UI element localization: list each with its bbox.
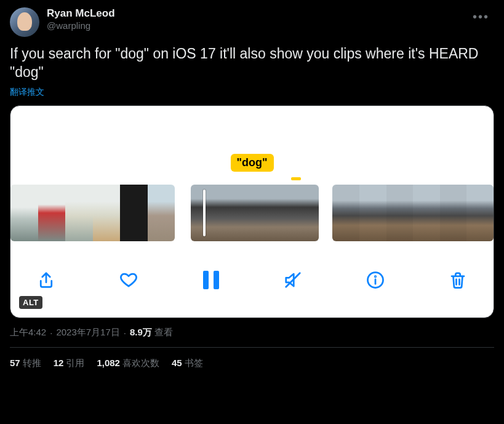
- alt-badge[interactable]: ALT: [19, 296, 42, 309]
- pause-button[interactable]: [198, 266, 225, 294]
- meta-row: 上午4:42 · 2023年7月17日 · 8.9万 查看: [10, 327, 494, 348]
- pause-icon: [203, 271, 219, 289]
- media-toolbar: [10, 254, 494, 318]
- thumb: [359, 185, 386, 241]
- thumb: [386, 185, 414, 241]
- share-icon: [37, 271, 55, 289]
- user-handle[interactable]: @warpling: [47, 20, 460, 32]
- thumb: [440, 185, 467, 241]
- like-button[interactable]: [115, 266, 142, 294]
- playhead-marker: [291, 177, 301, 180]
- thumb: [332, 185, 359, 241]
- avatar[interactable]: [10, 7, 39, 37]
- svg-point-3: [375, 276, 376, 278]
- thumb: [255, 185, 287, 241]
- retweets-stat[interactable]: 57转推: [10, 358, 41, 369]
- likes-stat[interactable]: 1,082喜欢次数: [97, 358, 159, 369]
- heart-icon: [119, 271, 138, 289]
- thumb: [93, 185, 121, 241]
- thumb: [38, 185, 66, 241]
- tweet-header: Ryan McLeod @warpling •••: [10, 7, 494, 37]
- thumb: [223, 185, 255, 241]
- tweet-date[interactable]: 2023年7月17日: [56, 327, 119, 338]
- media-card[interactable]: "dog": [10, 105, 494, 318]
- thumb: [287, 185, 319, 241]
- trash-icon: [449, 271, 467, 289]
- views-label: 查看: [154, 327, 173, 338]
- caption-badge: "dog": [230, 154, 273, 172]
- clip-group-1[interactable]: [10, 185, 175, 241]
- stats-row: 57转推 12引用 1,082喜欢次数 45书签: [10, 348, 494, 369]
- more-icon[interactable]: •••: [468, 7, 494, 26]
- share-button[interactable]: [33, 266, 60, 294]
- tweet-container: Ryan McLeod @warpling ••• If you search …: [0, 0, 504, 377]
- mute-icon: [284, 271, 302, 289]
- translate-link[interactable]: 翻译推文: [10, 87, 44, 98]
- thumb: [148, 185, 175, 241]
- thumb: [191, 185, 223, 241]
- mute-button[interactable]: [279, 266, 306, 294]
- thumb: [413, 185, 440, 241]
- separator: ·: [50, 327, 52, 338]
- clip-group-3[interactable]: [332, 185, 494, 241]
- tweet-time[interactable]: 上午4:42: [10, 327, 46, 338]
- quotes-stat[interactable]: 12引用: [54, 358, 85, 369]
- user-info: Ryan McLeod @warpling: [47, 7, 460, 32]
- clip-group-2[interactable]: [191, 185, 319, 241]
- thumb: [10, 185, 38, 241]
- display-name[interactable]: Ryan McLeod: [47, 7, 460, 20]
- thumb: [120, 185, 148, 241]
- thumb: [466, 185, 494, 241]
- bookmarks-stat[interactable]: 45书签: [172, 358, 203, 369]
- delete-button[interactable]: [444, 266, 471, 294]
- views-count[interactable]: 8.9万: [130, 327, 152, 338]
- separator: ·: [124, 327, 126, 338]
- thumbnail-scrubber[interactable]: [10, 185, 494, 241]
- tweet-text: If you search for "dog" on iOS 17 it'll …: [10, 44, 494, 81]
- thumb: [65, 185, 93, 241]
- info-icon: [366, 271, 385, 289]
- info-button[interactable]: [362, 266, 389, 294]
